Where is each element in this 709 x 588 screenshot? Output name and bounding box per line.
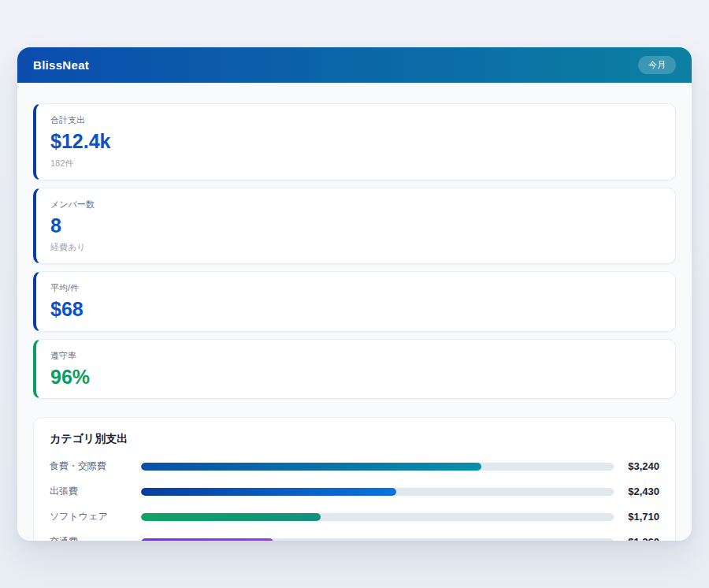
category-bar-fill	[141, 513, 321, 521]
stat-card: 平均/件$68	[33, 271, 676, 332]
stat-value: 96%	[50, 367, 661, 389]
category-row: 食費・交際費$3,240	[50, 460, 659, 473]
stat-label: 平均/件	[50, 282, 661, 294]
category-bar-fill	[141, 538, 273, 541]
category-card: カテゴリ別支出 食費・交際費$3,240出張費$2,430ソフトウェア$1,71…	[33, 417, 676, 541]
category-bar-track	[141, 488, 614, 496]
period-badge[interactable]: 今月	[638, 56, 676, 74]
category-row: 交通費$1,260	[50, 535, 659, 541]
stat-subtext: 経費あり	[50, 241, 661, 253]
category-label: 食費・交際費	[50, 460, 141, 473]
stat-value: 8	[50, 215, 661, 237]
stat-card: メンバー数8経費あり	[33, 188, 676, 265]
app-title: BlissNeat	[33, 58, 89, 72]
category-row: 出張費$2,430	[50, 485, 659, 498]
app-header: BlissNeat 今月	[17, 47, 692, 83]
stat-subtext: 182件	[50, 158, 661, 169]
category-bar-fill	[141, 488, 396, 496]
category-label: 交通費	[50, 535, 141, 541]
stat-label: 遵守率	[50, 350, 661, 362]
stats-list: 合計支出$12.4k182件メンバー数8経費あり平均/件$68遵守率96%	[33, 103, 676, 399]
panel-body: 合計支出$12.4k182件メンバー数8経費あり平均/件$68遵守率96% カテ…	[17, 83, 692, 541]
stat-label: メンバー数	[50, 199, 661, 210]
stat-label: 合計支出	[50, 114, 661, 126]
category-row: ソフトウェア$1,710	[50, 510, 659, 523]
category-label: 出張費	[50, 485, 141, 498]
category-bar-track	[141, 463, 614, 471]
stat-value: $12.4k	[50, 131, 661, 153]
dashboard-panel: BlissNeat 今月 合計支出$12.4k182件メンバー数8経費あり平均/…	[17, 47, 692, 541]
stat-value: $68	[50, 299, 661, 321]
stat-card: 合計支出$12.4k182件	[33, 103, 676, 180]
category-amount: $1,710	[614, 511, 659, 523]
category-amount: $2,430	[614, 486, 659, 497]
stat-card: 遵守率96%	[33, 339, 676, 400]
category-bar-track	[141, 538, 614, 541]
category-amount: $1,260	[614, 536, 659, 541]
category-bar-fill	[141, 463, 481, 471]
category-label: ソフトウェア	[50, 510, 141, 523]
category-section-title: カテゴリ別支出	[50, 432, 659, 446]
category-bar-track	[141, 513, 614, 521]
category-amount: $3,240	[614, 460, 659, 472]
category-rows: 食費・交際費$3,240出張費$2,430ソフトウェア$1,710交通費$1,2…	[50, 460, 659, 541]
